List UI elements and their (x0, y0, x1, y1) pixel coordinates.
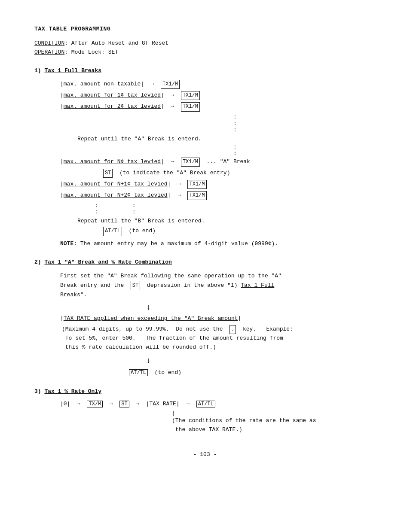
section-3-cond: (The conditions of the rate are the same… (172, 416, 376, 435)
dots-1: : (233, 114, 237, 120)
condition-line: CONDITION: After Auto Reset and GT Reset (34, 40, 376, 46)
section-1: 1) Tax 1 Full Breaks max. amount non-tax… (34, 67, 376, 247)
line-n1cent: max. amount for N+1¢ tax levied → TX1/M (60, 180, 376, 189)
line-non-taxable: max. amount non-taxable → TX1/M (60, 80, 376, 89)
line-at-tl-1: AT/TL (to end) (103, 227, 376, 236)
dots-7: : (95, 209, 98, 215)
dots-6: : (95, 202, 98, 209)
dots-3: : (233, 127, 237, 133)
page-title: TAX TABLE PROGRAMMING (34, 26, 376, 32)
section-3: 3) Tax 1 % Rate Only 0 → TX/M → ST → TAX… (34, 388, 376, 435)
line-n2cent: max. amount for N+2¢ tax levied → TX1/M (60, 191, 376, 200)
line-st: ST (to indicate the "A" Break entry) (103, 169, 376, 178)
dots-2: : (233, 120, 237, 127)
repeat-2: Repeat until the "B" Break is entered. (77, 218, 376, 224)
operation-line: OPERATION: Mode Lock: SET (34, 49, 376, 55)
page-number: - 103 - (34, 451, 376, 458)
paren-note: (Maximum 4 digits, up to 99.99%. Do not … (62, 325, 376, 352)
section-1-title: 1) Tax 1 Full Breaks (34, 67, 376, 74)
section-3-formula: 0 → TX/M → ST → TAX RATE → AT/TL (60, 401, 376, 407)
line-1cent: max. amount for 1¢ tax levied → TX1/M (60, 91, 376, 100)
dots-8: : (132, 202, 136, 209)
arrow-down-1: ↓ (146, 303, 376, 312)
section-2-end: AT/TL (to end) (129, 369, 376, 376)
repeat-1: Repeat until the "A" Break is enterd. (77, 136, 376, 142)
line-2cent: max. amount for 2¢ tax levied → TX1/M (60, 102, 376, 111)
section-3-vert: | (172, 410, 376, 416)
arrow-down-2: ↓ (146, 356, 376, 365)
section-2: 2) Tax 1 "A" Break and % Rate Combinatio… (34, 259, 376, 376)
dots-9: : (132, 209, 136, 215)
dots-4: : (233, 144, 237, 150)
note-1: NOTE: The amount entry may be a maximum … (34, 240, 376, 247)
section-2-intro: First set the "A" Break following the sa… (60, 271, 376, 300)
tax-rate-line: TAX RATE applied when exceeding the "A" … (60, 315, 376, 322)
dots-5: : (233, 150, 237, 157)
line-ncent: max. amount for N¢ tax levied → TX1/M ..… (60, 158, 376, 167)
page: TAX TABLE PROGRAMMING CONDITION: After A… (0, 0, 410, 532)
section-3-title: 3) Tax 1 % Rate Only (34, 388, 376, 395)
section-2-title: 2) Tax 1 "A" Break and % Rate Combinatio… (34, 259, 376, 265)
